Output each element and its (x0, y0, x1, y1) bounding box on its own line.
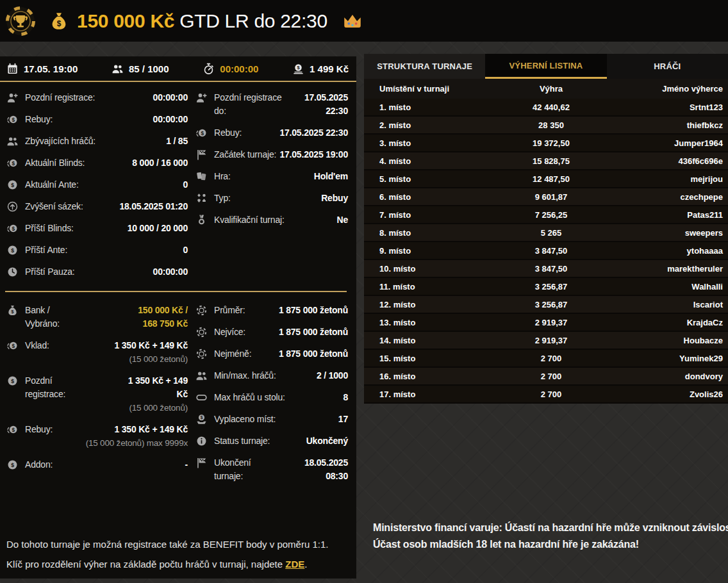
user-plus-icon (6, 92, 19, 104)
info-value-group: 10 000 / 20 000 (128, 222, 188, 235)
info-value-group: 17 (338, 413, 348, 426)
cell-winner: Jumper1964 (620, 138, 723, 148)
info-label: Začátek turnaje: (214, 148, 276, 161)
info-value-group: 00:00:00 (153, 265, 188, 279)
svg-text:$: $ (11, 182, 14, 188)
table-row: 12. místo3 256,87Iscariot (364, 296, 728, 314)
info-value: 150 000 Kč / 168 750 Kč (138, 305, 188, 329)
svg-text:$: $ (201, 130, 204, 136)
info-row: Nejméně:1 875 000 žetonů (195, 347, 348, 361)
info-value: 1 350 Kč + 149 Kč (128, 375, 188, 399)
info-value-group: 1 / 85 (166, 135, 188, 148)
table-row: 4. místo15 828,75436f6c696e (364, 152, 728, 170)
cell-prize: 3 256,87 (483, 282, 620, 292)
zde-link[interactable]: ZDE (285, 559, 304, 570)
players-icon (112, 63, 124, 75)
table-row: 14. místo2 919,37Houbacze (364, 332, 728, 350)
table-row: 3. místo19 372,50Jumper1964 (364, 135, 728, 152)
info-value-group: 8 000 / 16 000 (132, 156, 188, 170)
cell-winner: Iscariot (620, 300, 723, 309)
info-row: $Vklad:1 350 Kč + 149 Kč(15 000 žetonů) (6, 339, 188, 366)
info-bottom-section: $Bank / Vybráno:150 000 Kč / 168 750 Kč$… (0, 301, 356, 491)
chip-icon (195, 304, 208, 316)
info-label: Status turnaje: (214, 434, 270, 448)
info-row: Zvýšení sázek:18.05.2025 01:20 (6, 200, 188, 213)
chip-icon (195, 326, 208, 338)
svg-text:$: $ (12, 226, 15, 232)
cell-place: 10. místo (379, 264, 483, 274)
info-row: Pozdní registrace do:17.05.2025 22:30 (195, 91, 348, 118)
payout-key-text: Klíč pro rozdělení výher na základě počt… (6, 559, 285, 570)
info-label: Vyplaceno míst: (214, 413, 276, 426)
info-row: $Rebuy:1 350 Kč + 149 Kč(15 000 žetonů) … (6, 423, 188, 450)
stat-item: 00:00:00 (203, 63, 258, 75)
info-value: 1 875 000 žetonů (279, 349, 348, 359)
table-row: 11. místo3 256,87Walhalli (364, 278, 728, 296)
info-label: Max hráčů u stolu: (214, 391, 285, 404)
cards-icon (195, 170, 208, 183)
table-row: 2. místo28 350thiefbkcz (364, 117, 728, 135)
info-row: $Bank / Vybráno:150 000 Kč / 168 750 Kč (6, 304, 188, 331)
info-value-group: 1 875 000 žetonů (279, 347, 348, 361)
cell-winner: Zvolis26 (620, 390, 723, 399)
cell-winner: 436f6c696e (620, 156, 723, 166)
info-value-group: 00:00:00 (153, 91, 188, 104)
info-label: Aktuální Ante: (25, 178, 79, 192)
info-column-right: Průměr:1 875 000 žetonůNejvíce:1 875 000… (195, 304, 348, 491)
info-top-section: Pozdní registrace:00:00:00$Rebuy:00:00:0… (0, 82, 356, 287)
info-value-group: 0 (183, 178, 188, 192)
payout-panel: STRUKTURA TURNAJEVÝHERNÍ LISTINAHRÁČI Um… (364, 54, 728, 404)
medal-icon (195, 214, 208, 226)
tab-hraci[interactable]: HRÁČI (607, 54, 728, 79)
info-value: 00:00:00 (153, 92, 188, 103)
stat-value: 00:00:00 (220, 63, 258, 74)
column-header-vyhra: Výhra (483, 84, 620, 94)
info-value: 1 350 Kč + 149 Kč (114, 340, 188, 350)
info-column-left: Pozdní registrace:00:00:00$Rebuy:00:00:0… (6, 91, 188, 287)
table-row: 6. místo9 601,87czechpepe (364, 188, 728, 206)
table-row: 1. místo42 440,62Srtnt123 (364, 99, 728, 117)
cell-place: 7. místo (379, 210, 483, 220)
cell-winner: thiefbkcz (620, 120, 723, 130)
cell-prize: 2 700 (483, 354, 620, 363)
info-value-group: 1 350 Kč + 149 Kč(15 000 žetonů) (114, 339, 188, 366)
info-value-group: 1 875 000 žetonů (279, 325, 348, 339)
cell-prize: 42 440,62 (483, 103, 620, 112)
info-label: Příští Blinds: (25, 222, 74, 235)
info-value: Ne (337, 215, 349, 225)
flag-icon (195, 457, 208, 469)
table-row: 17. místo2 700Zvolis26 (364, 386, 728, 404)
cell-prize: 7 256,25 (483, 210, 620, 220)
info-icon (195, 435, 208, 447)
info-value-group: 1 875 000 žetonů (279, 304, 348, 317)
tab-vyherni-listina[interactable]: VÝHERNÍ LISTINA (485, 54, 606, 79)
cell-winner: KrajdaCz (620, 318, 723, 327)
column-header-jmeno-vyherce: Jméno výherce (620, 84, 723, 94)
info-value-group: 00:00:00 (153, 113, 188, 126)
cell-place: 1. místo (379, 103, 483, 112)
cell-place: 12. místo (379, 300, 483, 309)
info-label: Aktuální Blinds: (25, 156, 85, 170)
info-value-group: 17.05.2025 19:00 (279, 148, 348, 161)
title-text: GTD LR do 22:30 (179, 10, 327, 31)
dollar-icon: $ (6, 459, 19, 471)
info-value: 00:00:00 (153, 267, 188, 277)
info-value: 0 (183, 179, 188, 190)
cell-prize: 9 601,87 (483, 192, 620, 202)
info-label: Bank / Vybráno: (25, 304, 60, 331)
tournament-title: 150 000 KčGTD LR do 22:30 (77, 10, 327, 32)
cell-winner: ytohaaaa (620, 246, 723, 256)
svg-text:$: $ (57, 19, 62, 28)
info-value: 17.05.2025 22:30 (279, 127, 348, 138)
flag-icon (195, 149, 208, 161)
svg-text:$: $ (11, 378, 14, 384)
svg-text:$: $ (12, 343, 15, 349)
info-label: Rebuy: (25, 423, 53, 436)
table-row: 7. místo7 256,25Patas211 (364, 206, 728, 224)
tab-struktura-turnaje[interactable]: STRUKTURA TURNAJE (364, 54, 485, 79)
money-bag-icon: $ (49, 11, 69, 31)
info-value: Rebuy (321, 193, 348, 203)
tab-bar: STRUKTURA TURNAJEVÝHERNÍ LISTINAHRÁČI (364, 54, 728, 79)
cell-place: 14. místo (379, 336, 483, 345)
cell-place: 4. místo (379, 156, 483, 166)
